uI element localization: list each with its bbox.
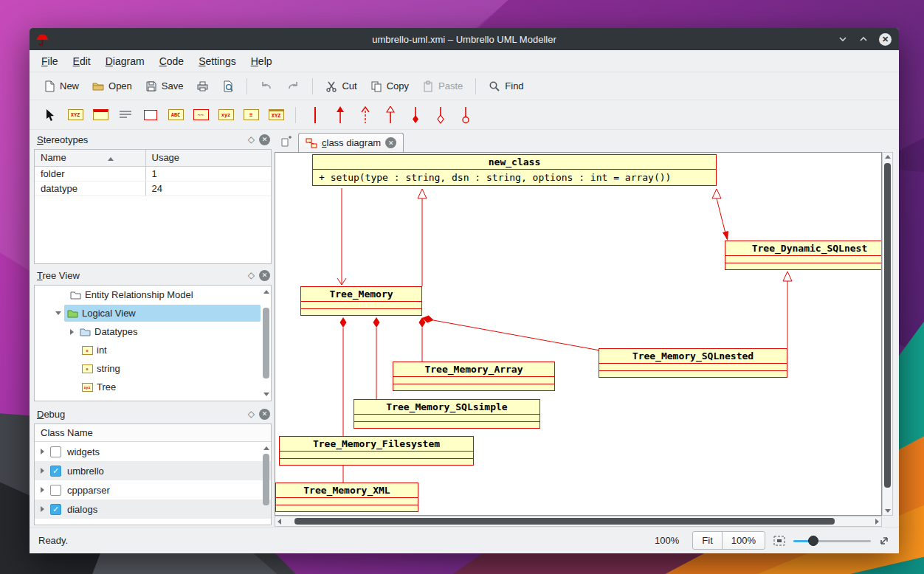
zoom-fit-page-icon[interactable] [773,535,786,547]
class-tool[interactable]: XYZ [65,104,86,126]
redo-button[interactable] [281,77,305,95]
expander-right-icon[interactable] [41,449,44,454]
menu-help[interactable]: Help [244,52,280,70]
tree-scrollbar[interactable] [263,297,269,389]
debug-scrollbar[interactable] [263,454,269,520]
text-tool[interactable]: ABC [165,104,186,126]
table-row[interactable]: folder 1 [35,166,271,181]
fit-button[interactable]: Fit [692,531,722,550]
scroll-right-arrow[interactable] [875,519,879,525]
scroll-down-arrow[interactable] [885,509,891,513]
tree-item-tree[interactable]: xyz Tree [35,378,271,396]
note-tool[interactable] [115,104,136,126]
close-button[interactable]: ✕ [879,33,892,46]
scrollbar-thumb[interactable] [884,163,891,488]
class-box-tree-memory-sqlsimple[interactable]: Tree_Memory_SQLsimple [354,399,540,429]
find-button[interactable]: Find [483,77,528,95]
selection-tool[interactable] [40,104,61,126]
class-box-tree-memory-filesystem[interactable]: Tree_Memory_Filesystem [279,436,474,466]
class-box-tree-memory-array[interactable]: Tree_Memory_Array [393,362,555,391]
new-button[interactable]: New [38,77,84,95]
paste-button[interactable]: Paste [417,77,468,95]
copy-button[interactable]: Copy [365,77,414,95]
tab-close-icon[interactable]: ✕ [385,137,396,148]
debug-panel-header[interactable]: Debug ◇ ✕ [32,406,273,422]
close-panel-icon[interactable]: ✕ [259,134,270,145]
vertical-scrollbar[interactable] [882,152,893,516]
scroll-up-arrow[interactable] [263,445,269,452]
print-button[interactable] [191,77,214,95]
checkbox-checked[interactable]: ✓ [50,504,61,515]
diagram-canvas[interactable]: new_class + setup(type : string, dsn : s… [275,152,882,516]
class-box-tree-dynamic-sqlnest[interactable]: Tree_Dynamic_SQLnest [725,241,882,270]
expander-right-icon[interactable] [41,468,44,474]
checkbox-unchecked[interactable] [50,446,61,457]
tree-item-entity-relationship-model[interactable]: Entity Relationship Model [35,286,271,304]
expander-right-icon[interactable] [41,506,44,512]
tree-item-logical-view[interactable]: Logical View [35,304,271,322]
maximize-button[interactable] [858,34,869,44]
undo-button[interactable] [255,77,278,95]
checkbox-unchecked[interactable] [50,485,61,496]
cut-button[interactable]: Cut [320,77,362,95]
scroll-up-arrow[interactable] [885,155,891,159]
zoom-preset-button[interactable]: 100% [722,531,765,550]
column-header-usage[interactable]: Usage [145,150,271,166]
tree-item-int[interactable]: ≋ int [35,341,271,359]
debug-item-widgets[interactable]: widgets [35,442,271,461]
float-panel-icon[interactable]: ◇ [248,409,255,419]
print-preview-button[interactable] [217,77,239,95]
menu-file[interactable]: File [34,52,66,70]
expander-right-icon[interactable] [41,487,44,493]
menu-edit[interactable]: Edit [66,52,98,70]
composition-tool[interactable] [405,104,426,126]
debug-item-umbrello[interactable]: ✓ umbrello [35,461,271,480]
enum-tool[interactable]: ≡ [241,104,261,126]
titlebar[interactable]: umbrello-uml.xmi – Umbrello UML Modeller… [30,28,899,50]
checkbox-checked[interactable]: ✓ [50,466,61,477]
debug-column-header[interactable]: Class Name [35,424,271,442]
scrollbar-thumb[interactable] [263,454,269,505]
object-tool[interactable] [90,104,111,126]
class-box-tree-memory-xml[interactable]: Tree_Memory_XML [275,483,418,512]
debug-item-cppparser[interactable]: cppparser [35,480,271,499]
aggregation-tool[interactable] [430,104,451,126]
menu-settings[interactable]: Settings [191,52,244,70]
scrollbar-thumb[interactable] [294,518,835,525]
tree-item-string[interactable]: ≋ string [35,359,271,378]
table-row[interactable]: datatype 24 [35,181,271,196]
interface-tool[interactable]: ~~ [190,104,211,126]
scroll-up-arrow[interactable] [263,288,269,295]
stereotypes-panel-header[interactable]: Stereotypes ◇ ✕ [32,131,273,148]
uniassociation-tool[interactable] [330,104,351,126]
tree-view-panel-header[interactable]: Tree View ◇ ✕ [32,267,273,283]
class-box-new-class[interactable]: new_class + setup(type : string, dsn : s… [312,154,717,186]
close-panel-icon[interactable]: ✕ [259,270,270,281]
float-panel-icon[interactable]: ◇ [248,270,255,280]
open-button[interactable]: Open [87,77,137,95]
zoom-slider[interactable] [793,535,871,547]
tree-item-datatypes[interactable]: Datatypes [35,322,271,341]
debug-item-dialogs[interactable]: ✓ dialogs [35,499,271,519]
box-tool[interactable] [140,104,161,126]
class-box-tree-memory-sqlnested[interactable]: Tree_Memory_SQLnested [599,348,787,378]
generalization-tool[interactable] [380,104,401,126]
menu-diagram[interactable]: Diagram [98,52,152,70]
scrollbar-thumb[interactable] [263,308,269,378]
scroll-left-arrow[interactable] [277,519,281,525]
column-header-name[interactable]: Name [35,150,145,166]
package-tool[interactable]: XYZ [266,104,286,126]
containment-tool[interactable] [455,104,476,126]
expand-diagonal-icon[interactable] [878,535,890,547]
class-box-tree-memory[interactable]: Tree_Memory [300,286,422,316]
close-panel-icon[interactable]: ✕ [259,409,270,420]
horizontal-scrollbar[interactable] [275,516,882,527]
scroll-down-arrow[interactable] [263,391,269,398]
tab-class-diagram[interactable]: class diagram ✕ [298,133,404,152]
association-tool[interactable] [305,104,325,126]
save-button[interactable]: Save [140,77,189,95]
slider-handle[interactable] [808,536,818,546]
float-panel-icon[interactable]: ◇ [248,134,255,145]
new-tab-button[interactable] [277,133,295,151]
dependency-tool[interactable] [355,104,376,126]
